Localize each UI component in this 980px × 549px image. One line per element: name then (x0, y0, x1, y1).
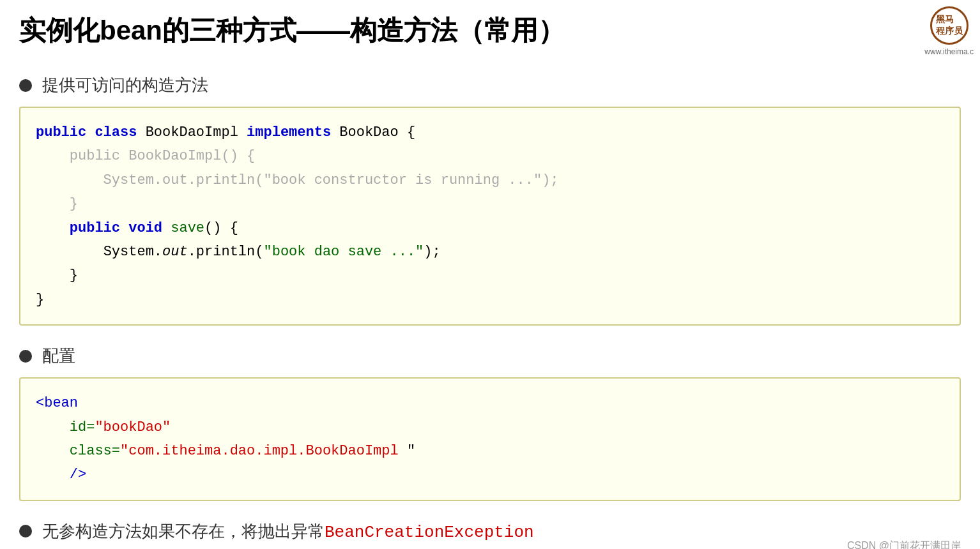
bottom-text-before: 无参构造方法如果不存在，将抛出异常 (42, 522, 325, 541)
xml-tag-bean: <bean (36, 395, 78, 411)
xml-attr-class: class= (70, 443, 120, 459)
keyword-implements: implements (247, 124, 331, 140)
code-line-1: public class BookDaoImpl implements Book… (36, 121, 944, 144)
bullet-label-2: 配置 (42, 345, 75, 367)
bullet-dot-2 (19, 350, 32, 363)
method-save: save (171, 220, 204, 236)
interface-bookdao: BookDao (339, 124, 398, 140)
bullet-dot-3 (19, 525, 32, 538)
code-block-1: public class BookDaoImpl implements Book… (19, 107, 961, 326)
xml-quote-end: " (407, 443, 415, 459)
out-italic-2: out (162, 244, 188, 260)
xml-line-3: class="com.itheima.dao.impl.BookDaoImpl … (36, 439, 944, 463)
logo-area: 黑马程序员 www.itheima.c (924, 6, 974, 56)
keyword-public-1: public (36, 124, 86, 140)
code-block-2: <bean id="bookDao" class="com.itheima.da… (19, 377, 961, 501)
paren-save: () { (204, 220, 238, 236)
string-book-dao-save: "book dao save ..." (263, 244, 424, 260)
brace-close-method: } (70, 267, 78, 283)
csdn-watermark: CSDN @门前花开满田岸 (847, 539, 961, 549)
brace-close-class: } (36, 292, 44, 308)
xml-self-close: /> (70, 467, 86, 483)
end-paren-2: ); (424, 244, 440, 260)
system-out-2: System. (103, 244, 162, 260)
xml-line-1: <bean (36, 391, 944, 415)
page-title: 实例化bean的三种方式——构造方法（常用） (19, 13, 565, 49)
keyword-void: void (128, 220, 162, 236)
code-line-2: public BookDaoImpl() { (36, 144, 944, 168)
xml-val-class: "com.itheima.dao.impl.BookDaoImpl (120, 443, 407, 459)
code-line-4: } (36, 192, 944, 216)
code-line-7: } (36, 264, 944, 287)
bullet-item-2: 配置 (19, 345, 961, 367)
keyword-public-2: public (70, 220, 120, 236)
classname-bookdaoimpl: BookDaoImpl (146, 124, 238, 140)
bullet-item-1: 提供可访问的构造方法 (19, 74, 961, 96)
exception-name: BeanCreationException (325, 523, 534, 542)
bullet-label-1: 提供可访问的构造方法 (42, 74, 208, 96)
bottom-text: 无参构造方法如果不存在，将抛出异常BeanCreationException (42, 520, 534, 543)
xml-attr-id: id= (70, 419, 95, 435)
logo-url: www.itheima.c (924, 47, 974, 56)
page-container: 实例化bean的三种方式——构造方法（常用） 黑马程序员 www.itheima… (0, 0, 980, 549)
xml-line-2: id="bookDao" (36, 416, 944, 439)
code-line-3: System.out.println("book constructor is … (36, 169, 944, 192)
logo-icon: 黑马程序员 (930, 6, 969, 45)
title-area: 实例化bean的三种方式——构造方法（常用） 黑马程序员 www.itheima… (19, 13, 961, 49)
bullet-item-3: 无参构造方法如果不存在，将抛出异常BeanCreationException (19, 520, 961, 543)
keyword-class-1: class (95, 124, 137, 140)
brace-open-1: { (407, 124, 415, 140)
xml-val-id: "bookDao" (95, 419, 171, 435)
xml-line-4: /> (36, 463, 944, 486)
bullet-dot-1 (19, 79, 32, 92)
code-line-5: public void save() { (36, 216, 944, 240)
code-line-8: } (36, 288, 944, 312)
code-line-6: System.out.println("book dao save ..."); (36, 240, 944, 264)
println-2: .println( (188, 244, 264, 260)
